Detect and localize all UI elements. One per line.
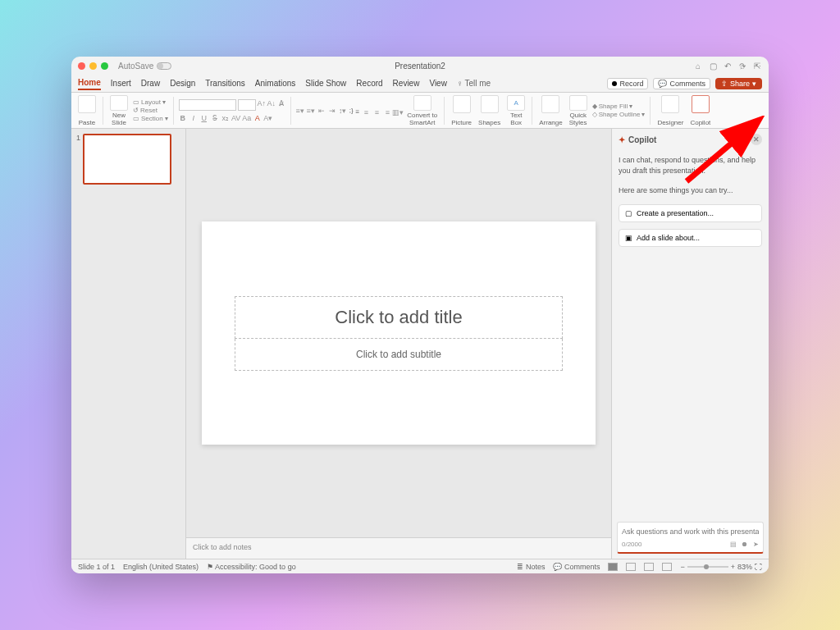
- font-color-icon[interactable]: A▾: [264, 114, 272, 122]
- align-right-icon[interactable]: ≡: [372, 108, 381, 116]
- slide-count: Slide 1 of 1: [78, 563, 115, 571]
- copilot-prompt: Here are some things you can try...: [612, 180, 769, 201]
- justify-icon[interactable]: ≡: [383, 108, 391, 116]
- notes-pane[interactable]: Click to add notes: [186, 537, 611, 559]
- chevron-down-icon: ▾: [752, 80, 756, 88]
- smartart-icon: [413, 95, 431, 111]
- tab-record[interactable]: Record: [356, 77, 382, 89]
- indent-right-icon[interactable]: ⇥: [328, 107, 336, 115]
- columns-icon[interactable]: ▥▾: [394, 108, 402, 116]
- tab-review[interactable]: Review: [393, 77, 420, 89]
- layout-button[interactable]: ▭ Layout ▾: [133, 98, 168, 106]
- suggestion-add-slide[interactable]: ▣Add a slide about...: [619, 229, 762, 247]
- zoom-out-icon[interactable]: −: [680, 563, 684, 571]
- tab-home[interactable]: Home: [78, 76, 101, 90]
- send-icon[interactable]: ➤: [753, 541, 759, 548]
- quick-styles-button[interactable]: Quick Styles: [568, 95, 589, 126]
- ribbon-toggle-icon[interactable]: ⇱: [752, 61, 762, 71]
- font-family-input[interactable]: [179, 99, 236, 111]
- share-button[interactable]: ⇪Share▾: [715, 78, 762, 89]
- spacing-icon[interactable]: AV: [232, 114, 240, 122]
- zoom-slider[interactable]: [687, 566, 728, 568]
- title-placeholder[interactable]: Click to add title: [235, 296, 563, 339]
- shapes-button[interactable]: Shapes: [477, 95, 502, 126]
- fit-window-icon[interactable]: ⛶: [755, 563, 762, 571]
- slideshow-view-icon[interactable]: [662, 563, 672, 571]
- slide-thumbnail-1[interactable]: [83, 134, 171, 185]
- tab-transitions[interactable]: Transitions: [205, 77, 245, 89]
- accessibility-status[interactable]: ⚑ Accessibility: Good to go: [207, 563, 296, 571]
- paste-button[interactable]: Paste: [76, 95, 98, 126]
- ribbon-tabs: Home Insert Draw Design Transitions Anim…: [71, 75, 769, 93]
- suggestion-create[interactable]: ▢Create a presentation...: [619, 204, 762, 222]
- shape-fill-button[interactable]: ◆ Shape Fill ▾: [592, 103, 646, 110]
- tab-insert[interactable]: Insert: [111, 77, 131, 89]
- bulb-icon: ♀: [457, 79, 463, 88]
- close-pane-icon[interactable]: ✕: [751, 134, 762, 145]
- normal-view-icon[interactable]: [608, 563, 618, 571]
- maximize-dot[interactable]: [101, 62, 108, 70]
- comments-button[interactable]: 💬Comments: [653, 78, 710, 89]
- reading-view-icon[interactable]: [644, 563, 654, 571]
- reset-button[interactable]: ↺ Reset: [133, 107, 168, 114]
- align-center-icon[interactable]: ≡: [362, 108, 370, 116]
- smartart-button[interactable]: Convert to SmartArt: [405, 95, 439, 126]
- comments-toggle[interactable]: 💬 Comments: [553, 563, 600, 571]
- clear-format-icon[interactable]: A̷: [277, 99, 285, 107]
- underline-icon[interactable]: U: [200, 114, 208, 122]
- font-size-input[interactable]: [238, 99, 256, 111]
- search-icon[interactable]: ⌕: [737, 61, 747, 71]
- indent-left-icon[interactable]: ⇤: [317, 107, 326, 115]
- minimize-dot[interactable]: [89, 62, 97, 70]
- subscript-icon[interactable]: x₂: [221, 114, 230, 122]
- tab-animations[interactable]: Animations: [255, 77, 295, 89]
- picture-button[interactable]: Picture: [450, 95, 473, 126]
- align-left-icon[interactable]: ≡: [356, 108, 360, 116]
- copilot-input[interactable]: [622, 527, 759, 536]
- status-bar: Slide 1 of 1 English (United States) ⚑ A…: [71, 559, 769, 573]
- shrink-font-icon[interactable]: A↓: [267, 99, 276, 107]
- designer-button[interactable]: Designer: [655, 95, 685, 126]
- home-icon[interactable]: ⌂: [693, 61, 703, 71]
- char-counter: 0/2000: [622, 541, 641, 548]
- tab-slideshow[interactable]: Slide Show: [305, 77, 346, 89]
- case-icon[interactable]: Aa: [243, 114, 251, 122]
- italic-icon[interactable]: I: [189, 114, 198, 122]
- copilot-pane: ✦ Copilot ✕ I can chat, respond to quest…: [611, 129, 769, 559]
- shape-outline-button[interactable]: ◇ Shape Outline ▾: [592, 111, 646, 118]
- slide-icon: ▣: [625, 234, 632, 242]
- undo-icon[interactable]: ↶: [723, 61, 733, 71]
- mic-icon[interactable]: ⏺: [742, 541, 748, 548]
- tab-design[interactable]: Design: [170, 77, 195, 89]
- sorter-view-icon[interactable]: [626, 563, 636, 571]
- arrange-button[interactable]: Arrange: [537, 95, 564, 126]
- slide-canvas[interactable]: Click to add title Click to add subtitle: [202, 221, 596, 445]
- workspace: 1 Click to add title Click to add subtit…: [71, 129, 769, 559]
- section-button[interactable]: ▭ Section ▾: [133, 115, 168, 122]
- save-icon[interactable]: ▢: [708, 61, 718, 71]
- zoom-in-icon[interactable]: +: [731, 563, 735, 571]
- language[interactable]: English (United States): [123, 563, 199, 571]
- notes-toggle[interactable]: ≣ Notes: [517, 563, 545, 571]
- subtitle-placeholder[interactable]: Click to add subtitle: [235, 339, 563, 371]
- new-slide-button[interactable]: New Slide: [108, 95, 130, 126]
- zoom-percent[interactable]: 83%: [737, 563, 752, 571]
- line-spacing-icon[interactable]: ↕▾: [339, 107, 347, 115]
- close-dot[interactable]: [78, 62, 85, 70]
- tab-draw[interactable]: Draw: [141, 77, 160, 89]
- strike-icon[interactable]: S̶: [211, 114, 219, 122]
- numbering-icon[interactable]: ≡▾: [307, 107, 315, 115]
- tab-view[interactable]: View: [429, 77, 447, 89]
- prompt-book-icon[interactable]: ▤: [730, 541, 737, 548]
- tell-me[interactable]: ♀ Tell me: [457, 79, 491, 88]
- copilot-ribbon-button[interactable]: Copilot: [688, 95, 712, 126]
- bold-icon[interactable]: B: [179, 114, 187, 122]
- highlight-icon[interactable]: A: [253, 114, 262, 122]
- record-button[interactable]: Record: [607, 78, 648, 89]
- copilot-logo-icon: ✦: [619, 135, 625, 144]
- bullets-icon[interactable]: ≡▾: [296, 107, 304, 115]
- grow-font-icon[interactable]: A↑: [258, 99, 266, 107]
- textbox-button[interactable]: AText Box: [505, 95, 527, 126]
- autosave-toggle[interactable]: [157, 62, 171, 70]
- designer-icon: [661, 95, 679, 113]
